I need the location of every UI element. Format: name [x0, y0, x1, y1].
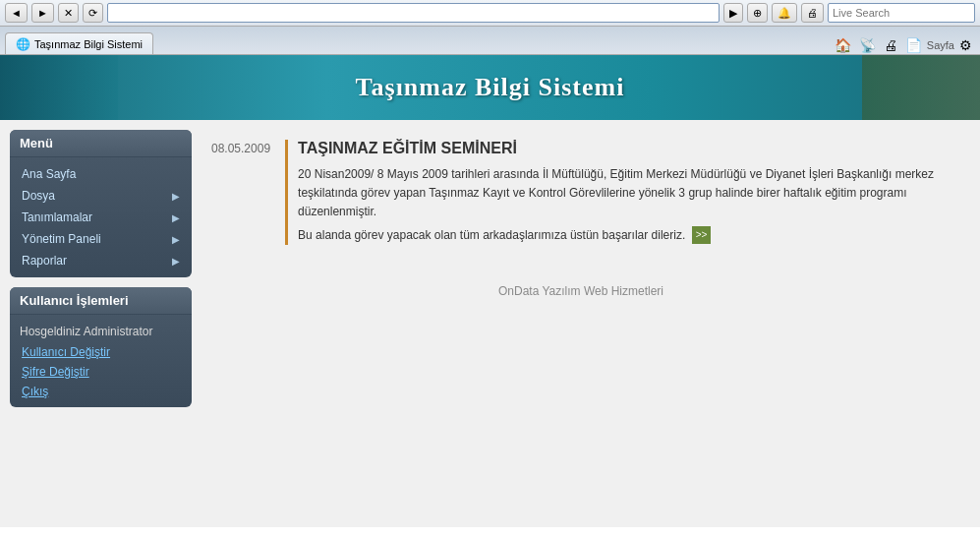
browser-tab-active[interactable]: 🌐 Taşınmaz Bilgi Sistemi	[5, 32, 153, 54]
site-title: Taşınmaz Bilgi Sistemi	[0, 73, 980, 102]
news-date: 08.05.2009	[211, 140, 270, 245]
forward-button[interactable]: ►	[31, 3, 54, 23]
rss-icon[interactable]: 📡	[856, 36, 879, 54]
browser-chrome: ◄ ► ✕ ⟳ http://tasinmaz.diyanet.gov.tr/I…	[0, 0, 980, 55]
header-image-left	[0, 55, 118, 120]
nav-extras-button[interactable]: ⊕	[747, 3, 768, 23]
browser-tab-bar: 🌐 Taşınmaz Bilgi Sistemi 🏠 📡 🖨 📄 Sayfa ⚙	[0, 27, 980, 54]
arrow-icon-raporlar: ▶	[172, 256, 180, 267]
user-content: Hosgeldiniz Administrator Kullanıcı Deği…	[10, 315, 192, 407]
menu-link-dosya[interactable]: Dosya	[22, 189, 55, 203]
menu-item-anasayfa[interactable]: Ana Sayfa	[10, 163, 192, 185]
live-search-bar[interactable]	[828, 3, 975, 23]
nav-icons-row: 🏠 📡 🖨 📄 Sayfa ⚙	[832, 36, 975, 54]
news-body: TAŞINMAZ EĞİTİM SEMİNERİ 20 Nisan2009/ 8…	[285, 140, 951, 245]
tools-icon[interactable]: ⚙	[956, 36, 975, 54]
user-link-password[interactable]: Şifre Değiştir	[10, 362, 192, 382]
news-paragraph2: Bu alanda görev yapacak olan tüm arkadaş…	[298, 226, 951, 245]
menu-link-anasayfa[interactable]: Ana Sayfa	[22, 167, 76, 181]
address-input[interactable]: http://tasinmaz.diyanet.gov.tr/Index.asp…	[112, 7, 715, 19]
menu-item-raporlar[interactable]: Raporlar ▶	[10, 250, 192, 271]
site-header: Taşınmaz Bilgi Sistemi	[0, 55, 980, 120]
main-layout: Menü Ana Sayfa Dosya ▶ Tanımlamalar ▶ Yö…	[0, 120, 980, 417]
page-wrapper: Taşınmaz Bilgi Sistemi Menü Ana Sayfa Do…	[0, 55, 980, 527]
news-more-link[interactable]: >>	[692, 226, 712, 244]
arrow-icon-yonetim: ▶	[172, 234, 180, 245]
arrow-icon-dosya: ▶	[172, 191, 180, 202]
go-button[interactable]: ▶	[723, 3, 743, 23]
user-greeting: Hosgeldiniz Administrator	[10, 321, 192, 342]
print-button[interactable]: 🖨	[801, 3, 824, 23]
menu-header: Menü	[10, 130, 192, 157]
user-link-logout[interactable]: Çıkış	[10, 382, 192, 401]
refresh-button[interactable]: ⟳	[83, 3, 103, 23]
tab-title: Taşınmaz Bilgi Sistemi	[34, 38, 143, 50]
stop-button[interactable]: ✕	[58, 3, 79, 23]
menu-link-tanimlama[interactable]: Tanımlamalar	[22, 210, 92, 224]
arrow-icon-tanimlama: ▶	[172, 212, 180, 223]
menu-content: Ana Sayfa Dosya ▶ Tanımlamalar ▶ Yönetim…	[10, 157, 192, 277]
news-title: TAŞINMAZ EĞİTİM SEMİNERİ	[298, 140, 951, 157]
main-content: 08.05.2009 TAŞINMAZ EĞİTİM SEMİNERİ 20 N…	[192, 130, 970, 407]
search-input[interactable]	[833, 7, 970, 19]
menu-link-raporlar[interactable]: Raporlar	[22, 254, 67, 268]
header-image-right	[862, 55, 980, 120]
back-button[interactable]: ◄	[5, 3, 28, 23]
menu-item-dosya[interactable]: Dosya ▶	[10, 185, 192, 207]
address-bar[interactable]: http://tasinmaz.diyanet.gov.tr/Index.asp…	[107, 3, 720, 23]
page-label: Sayfa	[927, 39, 954, 51]
rss-button[interactable]: 🔔	[772, 3, 797, 23]
tab-icon: 🌐	[16, 37, 30, 51]
sidebar: Menü Ana Sayfa Dosya ▶ Tanımlamalar ▶ Yö…	[10, 130, 192, 407]
page-icon[interactable]: 📄	[902, 36, 925, 54]
print-icon[interactable]: 🖨	[881, 36, 900, 54]
menu-box: Menü Ana Sayfa Dosya ▶ Tanımlamalar ▶ Yö…	[10, 130, 192, 277]
footer-text: OnData Yazılım Web Hizmetleri	[211, 284, 951, 298]
menu-link-yonetim[interactable]: Yönetim Paneli	[22, 232, 101, 246]
user-box: Kullanıcı İşlemleri Hosgeldiniz Administ…	[10, 287, 192, 407]
user-link-change[interactable]: Kullanıcı Değiştir	[10, 342, 192, 362]
menu-item-tanimlama[interactable]: Tanımlamalar ▶	[10, 207, 192, 228]
menu-item-yonetim[interactable]: Yönetim Paneli ▶	[10, 228, 192, 250]
news-paragraph1: 20 Nisan2009/ 8 Mayıs 2009 tarihleri ara…	[298, 165, 951, 222]
news-item: 08.05.2009 TAŞINMAZ EĞİTİM SEMİNERİ 20 N…	[211, 140, 951, 245]
home-icon[interactable]: 🏠	[832, 36, 854, 54]
browser-toolbar: ◄ ► ✕ ⟳ http://tasinmaz.diyanet.gov.tr/I…	[0, 0, 980, 27]
user-header: Kullanıcı İşlemleri	[10, 287, 192, 315]
